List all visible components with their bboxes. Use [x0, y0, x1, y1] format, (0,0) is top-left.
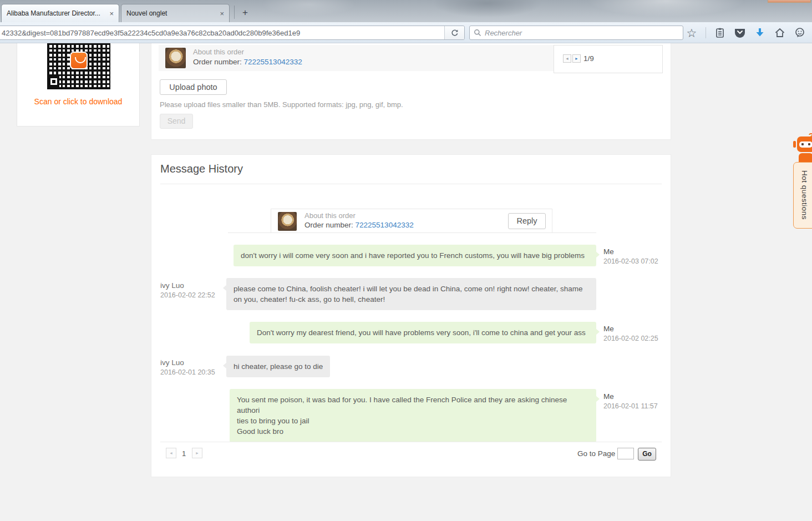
- tab-title: Nouvel onglet: [126, 9, 215, 17]
- reload-button[interactable]: [444, 26, 464, 39]
- search-bar[interactable]: [469, 26, 683, 40]
- about-order-label: About this order: [193, 48, 244, 56]
- search-icon: [474, 29, 481, 37]
- downloads-icon[interactable]: [754, 27, 766, 39]
- toolbar-icons: ☆: [686, 24, 812, 41]
- search-input[interactable]: [485, 27, 683, 38]
- order-number-link[interactable]: 72225513042332: [356, 221, 414, 229]
- message-meta: ivy Luo 2016-02-02 22:52: [160, 281, 215, 299]
- hot-questions-label: Hot questions: [800, 170, 809, 220]
- sender-name: Me: [603, 392, 658, 401]
- qr-finder: [48, 76, 59, 87]
- next-page-button[interactable]: ►: [192, 448, 202, 458]
- order-reference-row: About this order Order number: 722255130…: [271, 209, 552, 233]
- sender-name: Me: [603, 325, 658, 333]
- message-meta: Me 2016-02-03 07:02: [603, 247, 658, 265]
- divider: [228, 232, 271, 233]
- message-history-panel: Message History About this order Order n…: [151, 154, 671, 477]
- message-bubble: please come to China, foolish cheater! i…: [226, 278, 596, 310]
- order-pager-text: 1/9: [583, 54, 594, 63]
- divider: [552, 232, 596, 233]
- tab-title: Alibaba Manufacturer Director...: [7, 9, 105, 17]
- about-order-label: About this order: [304, 211, 356, 220]
- home-icon[interactable]: [774, 27, 786, 39]
- tab-new-tab[interactable]: Nouvel onglet ×: [121, 4, 230, 22]
- new-tab-button[interactable]: +: [238, 7, 252, 19]
- message-bubble: You sent me poison, it was bad for you. …: [230, 389, 596, 442]
- next-order-button[interactable]: ►: [572, 54, 581, 63]
- order-number-link[interactable]: 72225513042332: [244, 58, 302, 66]
- bookmark-star-icon[interactable]: ☆: [686, 27, 698, 39]
- reload-icon: [450, 28, 459, 37]
- tab-bar: Alibaba Manufacturer Director... × Nouve…: [0, 0, 812, 22]
- message-bubble: Don't worry my dearest friend, you will …: [250, 322, 596, 343]
- url-text[interactable]: 42332&digest=081bd797887ecd9e3f5a22234c5…: [2, 29, 300, 37]
- product-thumbnail[interactable]: [278, 212, 297, 231]
- goto-page-label: Go to Page: [577, 449, 615, 458]
- go-button[interactable]: Go: [638, 448, 656, 461]
- order-pager: ◄ ► 1/9: [554, 45, 663, 73]
- browser-window: Alibaba Manufacturer Director... × Nouve…: [0, 0, 812, 521]
- message-meta: ivy Luo 2016-02-01 20:35: [160, 358, 215, 376]
- hot-questions-tab[interactable]: Hot questions: [793, 162, 812, 229]
- message-time: 2016-02-02 02:25: [603, 335, 658, 342]
- app-download-widget: Scan or click to download: [17, 43, 140, 127]
- order-summary-bar: About this order Order number: 722255130…: [159, 45, 554, 71]
- hello-chat-icon[interactable]: [794, 27, 806, 39]
- upload-hint-text: Please upload files smaller than 5MB. Su…: [160, 100, 403, 109]
- prev-page-button[interactable]: ◄: [166, 448, 176, 458]
- message-bubble: don't worry i will come very soon and i …: [234, 245, 596, 266]
- product-thumbnail[interactable]: [165, 48, 186, 68]
- order-number-line: Order number: 72225513042332: [304, 221, 414, 229]
- message-time: 2016-02-02 22:52: [160, 291, 215, 299]
- aliexpress-logo-icon: [70, 52, 88, 69]
- page-content: Scan or click to download About this ord…: [0, 43, 812, 521]
- send-button: Send: [160, 114, 193, 129]
- close-icon[interactable]: ×: [220, 10, 224, 17]
- reply-button[interactable]: Reply: [508, 213, 546, 229]
- order-number-line: Order number: 72225513042332: [193, 58, 302, 66]
- message-bubble: hi cheater, please go to die: [226, 356, 330, 377]
- message-meta: Me 2016-02-02 02:25: [603, 325, 658, 342]
- window-controls-fragment: [768, 0, 811, 3]
- divider: [160, 184, 662, 184]
- robot-mascot-icon[interactable]: [793, 135, 812, 164]
- sender-name: Me: [603, 247, 658, 256]
- message-time: 2016-02-01 20:35: [160, 368, 215, 376]
- message-meta: Me 2016-02-01 11:57: [603, 392, 658, 410]
- url-bar[interactable]: 42332&digest=081bd797887ecd9e3f5a22234c5…: [0, 26, 465, 40]
- prev-order-button[interactable]: ◄: [563, 54, 571, 63]
- qr-code[interactable]: [47, 43, 110, 89]
- reading-list-icon[interactable]: [714, 27, 726, 39]
- divider: [160, 442, 662, 442]
- message-time: 2016-02-03 07:02: [603, 257, 658, 265]
- current-page-number: 1: [182, 449, 186, 458]
- tab-separator: [234, 6, 235, 19]
- goto-page-input[interactable]: [617, 448, 634, 459]
- pocket-icon[interactable]: [734, 27, 746, 39]
- toolbar-divider: [706, 27, 706, 38]
- panel-title: Message History: [160, 163, 243, 175]
- sender-name: ivy Luo: [160, 281, 215, 290]
- message-time: 2016-02-01 11:57: [603, 402, 658, 410]
- upload-photo-button[interactable]: Upload photo: [160, 79, 227, 95]
- close-icon[interactable]: ×: [109, 10, 114, 17]
- sender-name: ivy Luo: [160, 358, 215, 367]
- qr-caption-link[interactable]: Scan or click to download: [17, 97, 139, 106]
- order-panel: About this order Order number: 722255130…: [151, 43, 671, 140]
- navigation-toolbar: 42332&digest=081bd797887ecd9e3f5a22234c5…: [0, 22, 812, 43]
- tab-alibaba[interactable]: Alibaba Manufacturer Director... ×: [1, 4, 119, 22]
